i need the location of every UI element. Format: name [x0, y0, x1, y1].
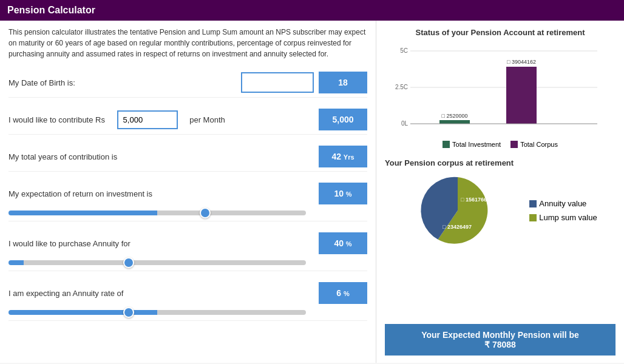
result-symbol: ₹: [484, 340, 490, 349]
bar-chart-legend: Total Investment Total Corpus: [385, 141, 616, 148]
pie-area: □ 23426497 □ 15617665 Annuity value Lump…: [385, 171, 616, 250]
annuity-value-badge: 40 %: [319, 232, 367, 254]
svg-text:5C: 5C: [400, 47, 408, 54]
annuity-label: I would like to purchase Annuity for: [8, 239, 319, 248]
bar-chart-svg: 5C 2.5C 0L □ 2520000 □ 39044162: [385, 42, 616, 139]
dob-row: My Date of Birth is: 18: [8, 68, 367, 98]
legend-corpus-color: [510, 141, 518, 148]
annuity-rate-row: I am expecting an Annuity rate of 6 %: [8, 278, 367, 321]
legend-lump: Lump sum value: [529, 213, 597, 222]
return-row: My expectation of return on investment i…: [8, 179, 367, 221]
annuity-slider[interactable]: [8, 260, 306, 265]
years-badge-area: 42 Yrs: [319, 146, 367, 167]
per-month-label: per Month: [189, 115, 225, 124]
annuity-rate-row-top: I am expecting an Annuity rate of 6 %: [8, 282, 367, 304]
legend-annuity-label: Annuity value: [539, 199, 586, 208]
legend-annuity-color: [529, 200, 537, 207]
dob-label: My Date of Birth is:: [8, 78, 241, 87]
svg-rect-8: [506, 67, 537, 124]
page-title: Pension Calculator: [7, 5, 95, 15]
contribute-badge-area: 5,000: [319, 109, 367, 130]
svg-rect-6: [439, 120, 470, 124]
dob-value-badge: 18: [319, 72, 367, 93]
dob-input[interactable]: [241, 72, 314, 93]
annuity-row: I would like to purchase Annuity for 40 …: [8, 229, 367, 271]
legend-lump-label: Lump sum value: [539, 213, 597, 222]
years-value-badge: 42 Yrs: [319, 146, 367, 167]
pie-chart-svg: □ 23426497 □ 15617665: [403, 171, 524, 250]
annuity-row-top: I would like to purchase Annuity for 40 …: [8, 232, 367, 254]
left-panel: This pension calculator illustrates the …: [0, 21, 376, 363]
right-panel: Status of your Pension Account at retire…: [376, 21, 624, 363]
dob-input-area: 18: [241, 72, 367, 93]
contribute-value-badge: 5,000: [319, 109, 367, 130]
annuity-rate-slider-wrapper: [8, 304, 367, 317]
contribute-row: I would like to contribute Rs per Month …: [8, 105, 367, 135]
svg-text:□ 23426497: □ 23426497: [443, 224, 472, 230]
svg-text:□ 39044162: □ 39044162: [507, 59, 536, 65]
contribute-label-area: I would like to contribute Rs per Month: [8, 110, 319, 129]
years-row: My total years of contribution is 42 Yrs: [8, 142, 367, 172]
return-label: My expectation of return on investment i…: [8, 189, 319, 198]
description-text: This pension calculator illustrates the …: [8, 27, 367, 59]
return-slider[interactable]: [8, 211, 306, 215]
legend-corpus-label: Total Corpus: [520, 141, 558, 148]
svg-text:0L: 0L: [401, 120, 409, 127]
page-header: Pension Calculator: [0, 0, 624, 21]
pension-result-banner: Your Expected Monthly Pension will be ₹ …: [385, 324, 616, 356]
annuity-rate-label: I am expecting an Annuity rate of: [8, 289, 319, 298]
legend-lump-color: [529, 214, 537, 221]
contribute-input[interactable]: [117, 110, 178, 129]
legend-annuity: Annuity value: [529, 199, 597, 208]
return-slider-wrapper: [8, 204, 367, 217]
return-row-top: My expectation of return on investment i…: [8, 183, 367, 204]
legend-investment: Total Investment: [443, 141, 501, 148]
annuity-rate-slider[interactable]: [8, 310, 306, 315]
svg-text:□ 2520000: □ 2520000: [442, 113, 468, 119]
legend-investment-label: Total Investment: [452, 141, 501, 148]
pie-title: Your Pension corpus at retirement: [385, 158, 616, 167]
result-label: Your Expected Monthly Pension will be: [391, 330, 609, 340]
result-value: ₹ 78088: [391, 340, 609, 349]
return-value-badge: 10 %: [319, 183, 367, 204]
contribute-label: I would like to contribute Rs: [8, 115, 105, 124]
bar-chart-area: 5C 2.5C 0L □ 2520000 □ 39044162: [385, 42, 616, 151]
pie-legend: Annuity value Lump sum value: [529, 199, 597, 222]
years-label: My total years of contribution is: [8, 152, 319, 161]
pie-section: Your Pension corpus at retirement □ 2342…: [385, 158, 616, 324]
legend-corpus: Total Corpus: [510, 141, 558, 148]
result-amount: 78088: [492, 340, 516, 349]
svg-text:2.5C: 2.5C: [395, 84, 408, 90]
legend-investment-color: [443, 141, 450, 148]
annuity-rate-value-badge: 6 %: [319, 282, 367, 304]
svg-text:□ 15617665: □ 15617665: [461, 197, 490, 203]
annuity-slider-wrapper: [8, 254, 367, 267]
bar-chart-title: Status of your Pension Account at retire…: [385, 28, 616, 37]
